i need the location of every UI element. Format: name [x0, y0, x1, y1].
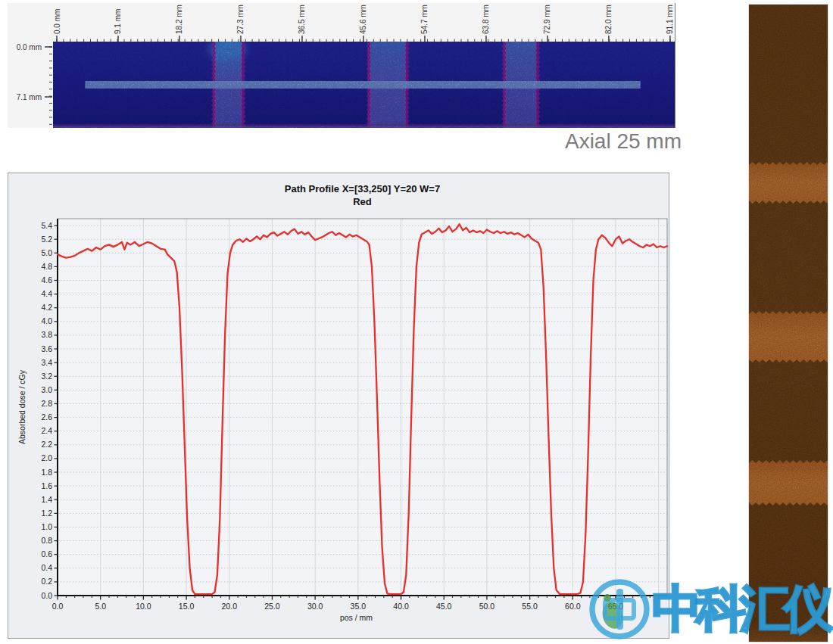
- y-tick-label: 4.8: [41, 262, 52, 271]
- x-tick-label: 5.0: [95, 602, 106, 611]
- left-ruler-label: 7.1 mm: [17, 93, 42, 101]
- y-tick-label: 3.2: [41, 372, 52, 381]
- y-tick-label: 2.8: [41, 399, 52, 408]
- y-tick-label: 1.8: [41, 468, 52, 477]
- x-tick-label: 55.0: [522, 602, 538, 611]
- y-tick-label: 0.6: [41, 549, 52, 558]
- x-tick-label: 60.0: [565, 602, 581, 611]
- y-tick-label: 1.0: [41, 522, 52, 531]
- top-ruler-label: 0.0 mm: [53, 9, 61, 34]
- y-tick-label: 2.6: [41, 412, 52, 422]
- y-tick-label: 1.2: [41, 509, 52, 518]
- y-tick-label: 0.8: [41, 536, 52, 545]
- y-tick-label: 2.2: [41, 440, 52, 449]
- x-tick-label: 40.0: [393, 602, 409, 611]
- film-strip-image: [748, 4, 828, 642]
- left-ruler-label: 0.0 mm: [17, 43, 42, 51]
- x-tick-label: 30.0: [307, 602, 323, 611]
- y-tick-label: 5.4: [41, 221, 52, 230]
- x-tick-label: 15.0: [179, 602, 195, 611]
- y-axis-title: Absorbed dose / cGy: [17, 369, 27, 444]
- y-tick-label: 3.8: [41, 330, 52, 339]
- ruler-right-border: [675, 3, 675, 128]
- y-tick-label: 4.6: [41, 275, 52, 285]
- y-tick-label: 1.6: [41, 481, 52, 490]
- top-ruler-label: 27.3 mm: [236, 5, 245, 34]
- top-ruler-label: 36.5 mm: [298, 5, 306, 34]
- x-axis-title: pos / mm: [340, 613, 373, 622]
- top-ruler-label: 63.8 mm: [482, 5, 490, 34]
- y-tick-label: 3.6: [41, 344, 52, 353]
- ruler-bg: [8, 3, 675, 42]
- top-ruler: 0.0 mm9.1 mm18.2 mm27.3 mm36.5 mm45.6 mm…: [8, 3, 675, 42]
- y-tick-label: 0.4: [41, 563, 52, 572]
- y-tick-label: 0.2: [41, 577, 52, 586]
- top-ruler-label: 72.9 mm: [543, 5, 551, 34]
- x-tick-label: 65.0: [608, 602, 624, 611]
- y-tick-label: 5.0: [41, 248, 52, 257]
- top-ruler-label: 18.2 mm: [175, 5, 183, 34]
- film-scan-image: [53, 42, 675, 128]
- y-tick-label: 1.4: [41, 495, 52, 504]
- y-tick-label: 4.4: [41, 289, 52, 298]
- chart-subtitle: Red: [58, 196, 667, 207]
- y-tick-label: 4.2: [41, 303, 52, 312]
- film-scan-panel: 0.0 mm9.1 mm18.2 mm27.3 mm36.5 mm45.6 mm…: [8, 3, 675, 128]
- plot-area: 0.05.010.015.020.025.030.035.040.045.050…: [8, 173, 669, 638]
- top-ruler-label: 54.7 mm: [420, 5, 429, 34]
- chart-title: Path Profile X=[33,250] Y=20 W=7: [58, 183, 667, 194]
- y-tick-label: 0.0: [41, 591, 52, 600]
- x-tick-label: 35.0: [351, 602, 367, 611]
- top-ruler-label: 91.1 mm: [666, 5, 674, 34]
- top-ruler-label: 45.6 mm: [359, 5, 367, 34]
- x-tick-label: 25.0: [264, 602, 280, 611]
- profile-chart-panel: 0.05.010.015.020.025.030.035.040.045.050…: [8, 173, 669, 639]
- left-ruler: 0.0 mm7.1 mm: [8, 42, 53, 128]
- axial-caption: Axial 25 mm: [557, 129, 682, 154]
- y-tick-label: 3.4: [41, 358, 52, 367]
- top-ruler-label: 82.0 mm: [604, 5, 613, 34]
- x-tick-label: 20.0: [222, 602, 238, 611]
- x-tick-label: 10.0: [136, 602, 151, 611]
- x-tick-label: 50.0: [479, 602, 495, 611]
- y-tick-label: 3.0: [41, 385, 52, 394]
- y-tick-label: 4.0: [41, 316, 52, 325]
- y-tick-label: 2.0: [41, 453, 52, 462]
- top-ruler-label: 9.1 mm: [114, 9, 122, 34]
- y-tick-label: 5.2: [41, 235, 52, 244]
- x-tick-label: 45.0: [436, 602, 452, 611]
- x-tick-label: 0.0: [52, 602, 64, 611]
- y-tick-label: 2.4: [41, 426, 52, 435]
